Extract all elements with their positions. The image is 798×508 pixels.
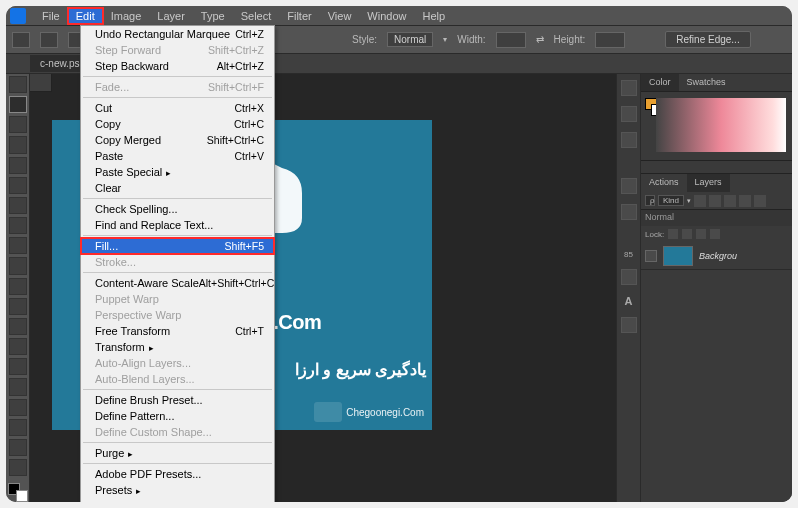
menu-item-find-and-replace-text[interactable]: Find and Replace Text... xyxy=(81,217,274,233)
shape-tool-icon[interactable] xyxy=(9,419,27,436)
menu-view[interactable]: View xyxy=(320,8,360,24)
menu-item-copy-merged[interactable]: Copy MergedShift+Ctrl+C xyxy=(81,132,274,148)
para-panel-icon[interactable] xyxy=(621,204,637,220)
lasso-tool-icon[interactable] xyxy=(9,116,27,133)
filter-shape-icon[interactable] xyxy=(739,195,751,207)
tab-color[interactable]: Color xyxy=(641,74,679,91)
wand-tool-icon[interactable] xyxy=(9,136,27,153)
refine-edge-button[interactable]: Refine Edge... xyxy=(665,31,750,48)
menu-item-perspective-warp: Perspective Warp xyxy=(81,307,274,323)
menu-help[interactable]: Help xyxy=(414,8,453,24)
menu-item-presets[interactable]: Presets xyxy=(81,482,274,498)
menu-item-check-spelling[interactable]: Check Spelling... xyxy=(81,201,274,217)
menu-edit[interactable]: Edit xyxy=(68,8,103,24)
right-panels: 85 A Color Swatches Actions L xyxy=(616,74,792,502)
tool-preset-icon[interactable] xyxy=(12,32,30,48)
menu-item-paste-special[interactable]: Paste Special xyxy=(81,164,274,180)
visibility-icon[interactable] xyxy=(645,250,657,262)
color-swatch[interactable] xyxy=(8,483,28,502)
menu-item-remote-connections[interactable]: Remote Connections... xyxy=(81,498,274,502)
dock-label-85: 85 xyxy=(624,250,633,259)
menu-item-content-aware-scale[interactable]: Content-Aware ScaleAlt+Shift+Ctrl+C xyxy=(81,275,274,291)
move-tool-icon[interactable] xyxy=(9,76,27,93)
path-tool-icon[interactable] xyxy=(9,399,27,416)
filter-pixel-icon[interactable] xyxy=(694,195,706,207)
menu-filter[interactable]: Filter xyxy=(279,8,319,24)
menu-item-fill[interactable]: Fill...Shift+F5 xyxy=(81,238,274,254)
width-input[interactable] xyxy=(496,32,526,48)
char-panel-icon[interactable] xyxy=(621,178,637,194)
style-label: Style: xyxy=(352,34,377,45)
menu-item-paste[interactable]: PasteCtrl+V xyxy=(81,148,274,164)
layers-panel: Actions Layers ρ Kind▾ Normal Loc xyxy=(641,174,792,502)
crop-tool-icon[interactable] xyxy=(9,157,27,174)
menu-item-free-transform[interactable]: Free TransformCtrl+T xyxy=(81,323,274,339)
eyedropper-tool-icon[interactable] xyxy=(9,177,27,194)
history-brush-tool-icon[interactable] xyxy=(9,257,27,274)
color-panel[interactable] xyxy=(641,92,792,160)
layer-thumbnail[interactable] xyxy=(663,246,693,266)
filter-smart-icon[interactable] xyxy=(754,195,766,207)
lock-trans-icon[interactable] xyxy=(668,229,678,239)
layer-row-background[interactable]: Backgrou xyxy=(641,242,792,270)
heal-tool-icon[interactable] xyxy=(9,197,27,214)
dodge-tool-icon[interactable] xyxy=(9,338,27,355)
brush-tool-icon[interactable] xyxy=(9,217,27,234)
layers-panel-tabs: Actions Layers xyxy=(641,174,792,192)
menu-window[interactable]: Window xyxy=(359,8,414,24)
menu-item-stroke: Stroke... xyxy=(81,254,274,270)
panel-dock: 85 A xyxy=(617,74,641,502)
style-select[interactable]: Normal xyxy=(387,32,433,47)
menu-item-cut[interactable]: CutCtrl+X xyxy=(81,100,274,116)
tab-swatches[interactable]: Swatches xyxy=(679,74,734,91)
blend-mode-select[interactable]: Normal xyxy=(641,210,792,226)
lock-pixel-icon[interactable] xyxy=(682,229,692,239)
zoom-tool-icon[interactable] xyxy=(9,459,27,476)
pen-tool-icon[interactable] xyxy=(9,358,27,375)
menu-item-fade: Fade...Shift+Ctrl+F xyxy=(81,79,274,95)
app-window: File Edit Image Layer Type Select Filter… xyxy=(6,6,792,502)
gradient-tool-icon[interactable] xyxy=(9,298,27,315)
menu-layer[interactable]: Layer xyxy=(149,8,193,24)
clone-panel-icon[interactable] xyxy=(621,132,637,148)
hand-tool-icon[interactable] xyxy=(9,439,27,456)
lock-pos-icon[interactable] xyxy=(696,229,706,239)
menu-item-define-brush-preset[interactable]: Define Brush Preset... xyxy=(81,392,274,408)
height-input[interactable] xyxy=(595,32,625,48)
panel-collapse-strip[interactable] xyxy=(641,160,792,174)
history-panel-icon[interactable] xyxy=(621,80,637,96)
styles-panel-icon[interactable] xyxy=(621,269,637,285)
menu-item-purge[interactable]: Purge xyxy=(81,445,274,461)
lock-label: Lock: xyxy=(645,230,664,239)
brush-panel-icon[interactable] xyxy=(621,106,637,122)
color-ramp[interactable] xyxy=(656,98,786,152)
menu-item-define-pattern[interactable]: Define Pattern... xyxy=(81,408,274,424)
menu-file[interactable]: File xyxy=(34,8,68,24)
marquee-tool-icon[interactable] xyxy=(9,96,27,113)
layer-filter-kind[interactable]: Kind xyxy=(658,195,684,206)
menu-item-copy[interactable]: CopyCtrl+C xyxy=(81,116,274,132)
tab-layers[interactable]: Layers xyxy=(687,174,730,192)
menu-select[interactable]: Select xyxy=(233,8,280,24)
filter-adjust-icon[interactable] xyxy=(709,195,721,207)
edit-menu-dropdown: Undo Rectangular MarqueeCtrl+ZStep Forwa… xyxy=(80,25,275,502)
menu-item-undo-rectangular-marquee[interactable]: Undo Rectangular MarqueeCtrl+Z xyxy=(81,26,274,42)
tab-actions[interactable]: Actions xyxy=(641,174,687,192)
background-color[interactable] xyxy=(16,490,28,502)
menu-type[interactable]: Type xyxy=(193,8,233,24)
blur-tool-icon[interactable] xyxy=(9,318,27,335)
filter-type-icon[interactable] xyxy=(724,195,736,207)
link-icon[interactable]: ⇄ xyxy=(536,34,544,45)
adjust-panel-icon[interactable] xyxy=(621,317,637,333)
stamp-tool-icon[interactable] xyxy=(9,237,27,254)
menu-item-clear[interactable]: Clear xyxy=(81,180,274,196)
menu-item-step-backward[interactable]: Step BackwardAlt+Ctrl+Z xyxy=(81,58,274,74)
type-tool-icon[interactable] xyxy=(9,378,27,395)
menu-image[interactable]: Image xyxy=(103,8,150,24)
marquee-rect-icon[interactable] xyxy=(40,32,58,48)
lock-all-icon[interactable] xyxy=(710,229,720,239)
layer-name[interactable]: Backgrou xyxy=(699,251,737,261)
eraser-tool-icon[interactable] xyxy=(9,278,27,295)
menu-item-transform[interactable]: Transform xyxy=(81,339,274,355)
menu-item-adobe-pdf-presets[interactable]: Adobe PDF Presets... xyxy=(81,466,274,482)
